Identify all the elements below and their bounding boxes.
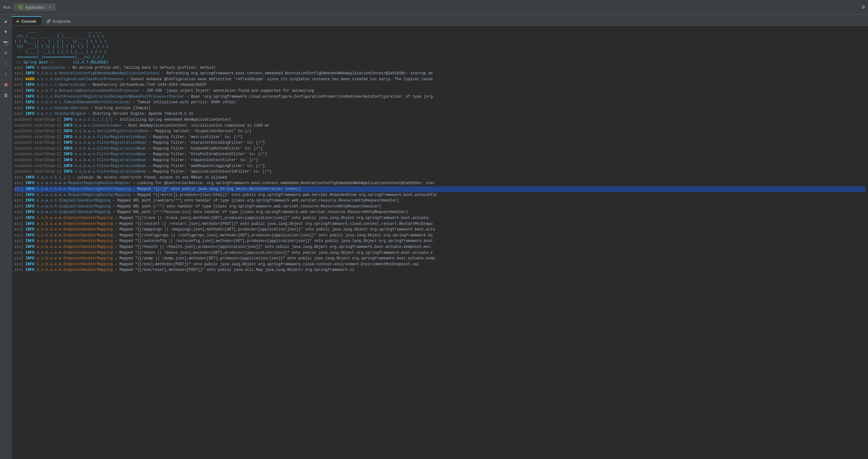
log-line: ain] INFO o.s.b.a.e.m.EndpointHandlerMap…: [14, 215, 866, 221]
log-line: ain] INFO o.s.b.a.e.m.EndpointHandlerMap…: [14, 244, 866, 250]
scroll-start-button[interactable]: ↕: [2, 70, 10, 79]
endpoints-tab-label: Endpoints: [53, 19, 71, 24]
log-line: ain] INFO o.s.b.a.e.m.EndpointHandlerMap…: [14, 267, 866, 273]
log-line: ocalhost-startStop-1] INFO o.s.b.w.s.Ser…: [14, 128, 866, 134]
console-output[interactable]: . ____ _ __ _ _ /\\ / ___'_ __ _ _(_)_ _…: [12, 26, 868, 459]
log-line: ocalhost-startStop-1] INFO o.s.b.w.s.Fil…: [14, 134, 866, 140]
toolbar: ▲ ▼ 📷 ≡ ↕ ↕ ⏹ 🗑: [0, 15, 12, 459]
soft-wrap-button[interactable]: ≡: [2, 49, 10, 58]
log-line: ocalhost-startStop-1] INFO o.a.c.c.C.[.[…: [14, 117, 866, 123]
log-line: ain] INFO o.a.c.c.StandardService – Star…: [14, 106, 866, 111]
gear-icon[interactable]: ⚙: [862, 4, 865, 10]
stop-button[interactable]: ⏹: [2, 81, 10, 89]
log-line: ocalhost-startStop-1] INFO o.s.b.w.s.Fil…: [14, 163, 866, 169]
scroll-down-button[interactable]: ▼: [2, 28, 10, 36]
log-line: ain] INFO o.a.c.c.C.[.[/] – jolokia: No …: [14, 175, 866, 181]
log-line: ain] INFO h.Application – No active prof…: [14, 65, 866, 71]
log-line: ain] INFO o.s.w.s.h.SimpleUrlHandlerMapp…: [14, 209, 866, 215]
console-tab-icon: ▶: [17, 19, 20, 23]
app-tab-label: Application: [25, 5, 45, 10]
log-line: ocalhost-startStop-1] INFO o.s.b.w.s.Fil…: [14, 146, 866, 152]
tab-console[interactable]: ▶ Console: [12, 16, 41, 26]
app-tab[interactable]: 🌿 Application ✕: [14, 3, 56, 11]
clear-button[interactable]: 🗑: [2, 91, 10, 100]
log-line: ocalhost-startStop-1] INFO o.s.w.c.Conte…: [14, 123, 866, 129]
log-line: ocalhost-startStop-1] INFO o.s.b.w.s.Fil…: [14, 157, 866, 163]
console-tab-label: Console: [22, 19, 36, 24]
log-line: ocalhost-startStop-1] INFO o.s.b.w.s.Fil…: [14, 140, 866, 146]
log-line: ain] INFO o.s.b.a.e.m.EndpointHandlerMap…: [14, 233, 866, 238]
log-line: ain] INFO o.s.b.a.e.m.EndpointHandlerMap…: [14, 227, 866, 233]
screenshot-button[interactable]: 📷: [2, 38, 10, 47]
log-line: ain] INFO o.s.w.s.m.m.a.RequestMappingHa…: [14, 180, 866, 186]
log-line: ain] INFO o.s.b.c.e.t.TomcatEmbeddedServ…: [14, 99, 866, 106]
scroll-up-button[interactable]: ▲: [2, 17, 10, 26]
log-line: ain] INFO o.s.w.s.m.m.a.RequestMappingHa…: [14, 192, 866, 198]
log-line: ain] INFO o.s.b.a.e.m.EndpointHandlerMap…: [14, 238, 866, 244]
log-line: ain] INFO o.s.c.c.s.GenericScope – BeanF…: [14, 82, 866, 88]
close-tab-icon[interactable]: ✕: [49, 5, 52, 10]
log-container: ain] INFO h.Application – No active prof…: [14, 65, 866, 273]
log-line: ain] INFO o.s.b.a.e.m.EndpointHandlerMap…: [14, 221, 866, 227]
run-label: Run:: [3, 5, 11, 10]
scroll-end-button[interactable]: ↕: [2, 59, 10, 68]
title-bar: Run: 🌿 Application ✕ ⚙: [0, 0, 868, 15]
log-line: ain] INFO o.s.b.a.e.m.EndpointHandlerMap…: [14, 250, 866, 256]
log-line: ain] INFO o.s.w.s.m.m.a.RequestMappingHa…: [14, 186, 866, 192]
main-content: ▶ Console 🔗 Endpoints . ____ _ __ _ _ /\…: [12, 15, 868, 459]
log-line: ain] INFO o.s.w.s.h.SimpleUrlHandlerMapp…: [14, 204, 866, 209]
log-line: ain] INFO o.s.w.s.h.SimpleUrlHandlerMapp…: [14, 198, 866, 204]
log-line: ain] INFO o.a.c.c.StandardEngine – Start…: [14, 111, 866, 117]
log-line: ain] INFO o.s.b.a.e.m.EndpointHandlerMap…: [14, 261, 866, 267]
log-line: ocalhost-startStop-1] INFO o.s.b.w.s.Fil…: [14, 151, 866, 157]
log-line: ain] WARN o.s.c.a.ConfigurationClassPost…: [14, 77, 866, 82]
tab-endpoints[interactable]: 🔗 Endpoints: [41, 16, 76, 26]
log-line: ocalhost-startStop-1] INFO o.s.b.w.s.Fil…: [14, 169, 866, 175]
spring-icon: 🌿: [18, 5, 23, 10]
endpoints-tab-icon: 🔗: [46, 19, 51, 23]
log-line: ain] INFO o.s.b.f.a.AutowiredAnnotationB…: [14, 88, 866, 94]
log-line: ain] INFO o.s.b.c.e.AnnotationConfigEmbe…: [14, 70, 866, 77]
log-line: ain] INFO o.s.c.s.PostProcessorRegistrat…: [14, 94, 866, 100]
log-line: ain] INFO o.s.b.a.e.m.EndpointHandlerMap…: [14, 256, 866, 261]
tabs-bar: ▶ Console 🔗 Endpoints: [12, 15, 868, 26]
spring-banner: . ____ _ __ _ _ /\\ / ___'_ __ _ _(_)_ _…: [14, 28, 866, 65]
